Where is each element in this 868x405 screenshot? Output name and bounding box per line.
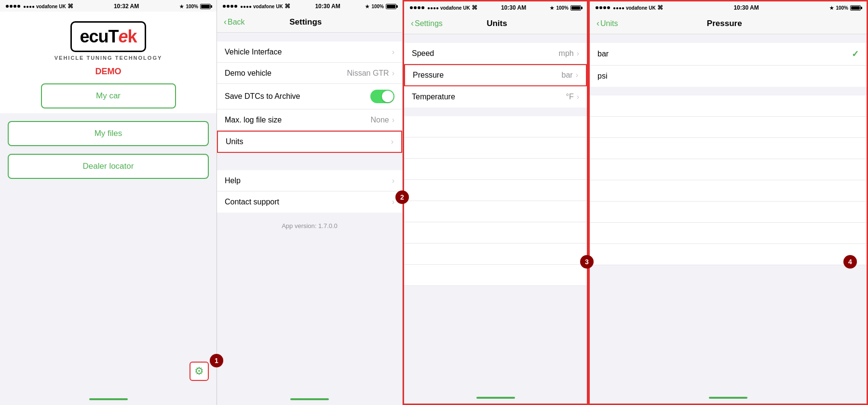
- logo-e: e: [118, 27, 127, 47]
- right-icons-4: ★ 100%: [829, 5, 861, 11]
- units-chevron: ›: [391, 137, 393, 146]
- home-indicator-2: [290, 398, 329, 400]
- status-bar-4: ●●●● vodafone UK ⌘ 10:30 AM ★ 100%: [590, 1, 867, 13]
- back-chevron-3: ‹: [411, 18, 414, 28]
- pressure-chevron: ›: [576, 71, 578, 80]
- status-bar-1: ●●●● vodafone UK ⌘ 10:32 AM ★ 100%: [0, 0, 217, 12]
- back-label-2: Back: [228, 18, 245, 27]
- help-label: Help: [225, 176, 392, 185]
- demo-vehicle-row[interactable]: Demo vehicle Nissan GTR ›: [217, 63, 402, 84]
- bt-icon-1: ★: [179, 4, 184, 9]
- save-dtcs-label: Save DTCs to Archive: [225, 92, 370, 101]
- carrier-1: ●●●● vodafone UK ⌘: [6, 3, 73, 10]
- bt-icon-4: ★: [829, 5, 834, 11]
- pressure-row[interactable]: Pressure bar ›: [404, 64, 587, 86]
- battery-pct-3: 100%: [556, 5, 569, 11]
- app-version: App version: 1.7.0.0: [217, 213, 402, 239]
- home-indicator-1: [89, 398, 128, 400]
- logo-area: ecuTek VEHICLE TUNING TECHNOLOGY DEMO My…: [0, 12, 217, 113]
- demo-vehicle-label: Demo vehicle: [225, 69, 347, 78]
- my-car-button[interactable]: My car: [41, 83, 176, 108]
- status-bar-2: ●●●● vodafone UK ⌘ 10:30 AM ★ 100%: [217, 0, 402, 12]
- help-chevron: ›: [392, 176, 394, 185]
- ecutek-logo: ecuTek: [70, 21, 146, 52]
- back-button-units[interactable]: ‹ Settings: [411, 18, 443, 28]
- units-row[interactable]: Units ›: [217, 131, 402, 153]
- pressure-label: Pressure: [413, 71, 562, 80]
- bar-label: bar: [597, 50, 852, 58]
- battery-pct-1: 100%: [186, 4, 198, 9]
- pressure-title: Pressure: [618, 19, 831, 28]
- bt-icon-2: ★: [365, 4, 369, 9]
- settings-nav-bar: ‹ Back Settings: [217, 12, 402, 33]
- demo-label: DEMO: [95, 67, 122, 77]
- right-icons-1: ★ 100%: [179, 4, 211, 9]
- back-chevron-2: ‹: [224, 17, 227, 27]
- step-badge-3: 3: [580, 255, 594, 269]
- contact-support-row[interactable]: Contact support ›: [217, 191, 402, 213]
- my-files-button[interactable]: My files: [8, 121, 209, 146]
- save-dtcs-toggle[interactable]: [370, 90, 394, 103]
- panel-pressure: ●●●● vodafone UK ⌘ 10:30 AM ★ 100% ‹ Uni…: [588, 0, 868, 405]
- vehicle-interface-row[interactable]: Vehicle Interface ›: [217, 41, 402, 63]
- psi-label: psi: [597, 72, 859, 81]
- pressure-nav-bar: ‹ Units Pressure: [590, 13, 867, 34]
- units-title: Units: [443, 19, 551, 28]
- carrier-3: ●●●● vodafone UK ⌘: [410, 4, 477, 11]
- save-dtcs-row[interactable]: Save DTCs to Archive: [217, 84, 402, 109]
- contact-support-chevron: ›: [392, 198, 394, 206]
- back-button-settings[interactable]: ‹ Back: [224, 17, 245, 27]
- bar-checkmark: ✓: [852, 49, 859, 59]
- home-indicator-4: [709, 397, 747, 399]
- temperature-value: °F: [566, 93, 574, 101]
- panel-settings: ●●●● vodafone UK ⌘ 10:30 AM ★ 100% ‹ Bac…: [217, 0, 403, 405]
- step-badge-1: 1: [210, 354, 223, 367]
- right-icons-3: ★ 100%: [550, 5, 581, 11]
- toggle-knob: [382, 91, 393, 102]
- logo-ecut: ecuT: [80, 27, 118, 47]
- home-content-area: My files Dealer locator ⚙: [0, 113, 217, 405]
- max-log-size-value: None: [370, 116, 389, 124]
- status-bar-3: ●●●● vodafone UK ⌘ 10:30 AM ★ 100%: [404, 1, 587, 13]
- home-indicator-3: [476, 397, 515, 399]
- settings-list-main: Vehicle Interface › Demo vehicle Nissan …: [217, 41, 402, 153]
- contact-support-label: Contact support: [225, 198, 392, 206]
- carrier-name-4: ●●●● vodafone UK: [613, 5, 656, 11]
- help-row[interactable]: Help ›: [217, 170, 402, 191]
- carrier-name-3: ●●●● vodafone UK: [427, 5, 470, 11]
- time-1: 10:32 AM: [114, 3, 139, 10]
- psi-row[interactable]: psi: [590, 66, 867, 87]
- settings-list-footer: Help › Contact support ›: [217, 170, 402, 213]
- wifi-icon-4: ⌘: [657, 4, 663, 11]
- right-icons-2: ★ 100%: [365, 4, 396, 9]
- settings-gear-button[interactable]: ⚙: [190, 362, 209, 381]
- back-label-3: Settings: [415, 19, 443, 28]
- back-label-4: Units: [600, 19, 618, 28]
- back-button-pressure[interactable]: ‹ Units: [597, 18, 618, 28]
- dealer-locator-button[interactable]: Dealer locator: [8, 154, 209, 179]
- speed-chevron: ›: [577, 49, 579, 58]
- units-nav-bar: ‹ Settings Units: [404, 13, 587, 34]
- bar-row[interactable]: bar ✓: [590, 43, 867, 66]
- battery-pct-4: 100%: [836, 5, 848, 11]
- logo-subtitle: VEHICLE TUNING TECHNOLOGY: [54, 55, 163, 61]
- bt-icon-3: ★: [550, 5, 554, 11]
- speed-value: mph: [559, 49, 574, 58]
- wifi-icon-3: ⌘: [472, 4, 477, 11]
- vehicle-interface-label: Vehicle Interface: [225, 48, 392, 56]
- temperature-row[interactable]: Temperature °F ›: [404, 86, 587, 108]
- speed-row[interactable]: Speed mph ›: [404, 43, 587, 64]
- time-3: 10:30 AM: [501, 4, 526, 11]
- pressure-value: bar: [562, 71, 573, 80]
- units-list: Speed mph › Pressure bar › Temperature °…: [404, 43, 587, 108]
- step-badge-2: 2: [395, 190, 409, 204]
- panel-units: ●●●● vodafone UK ⌘ 10:30 AM ★ 100% ‹ Set…: [403, 0, 588, 405]
- demo-vehicle-value: Nissan GTR: [347, 69, 389, 78]
- carrier-name-1: ●●●● vodafone UK: [23, 4, 66, 9]
- time-2: 10:30 AM: [315, 3, 340, 10]
- max-log-size-row[interactable]: Max. log file size None ›: [217, 109, 402, 131]
- temperature-label: Temperature: [412, 93, 566, 101]
- demo-vehicle-chevron: ›: [392, 69, 394, 78]
- time-4: 10:30 AM: [733, 4, 759, 11]
- temperature-chevron: ›: [577, 93, 579, 101]
